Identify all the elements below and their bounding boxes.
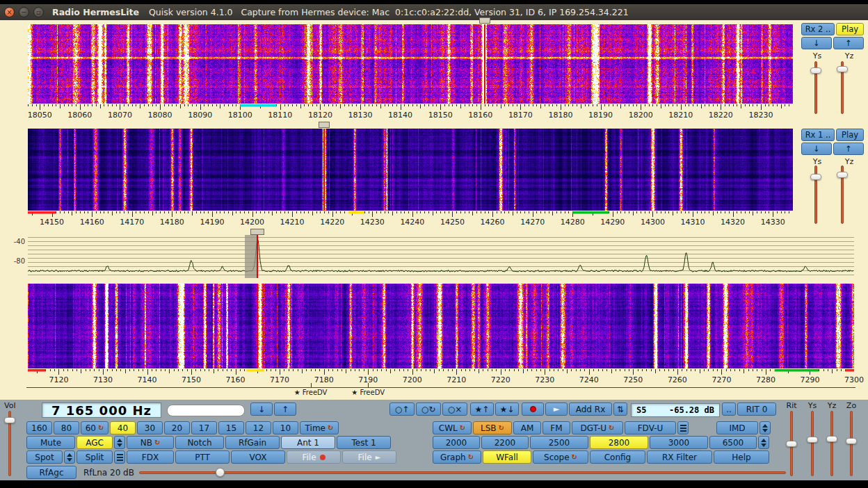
help-button[interactable]: Help bbox=[714, 450, 769, 464]
add-rx-button[interactable]: Add Rx bbox=[569, 402, 612, 416]
rx2-play-button[interactable]: Play bbox=[836, 23, 864, 35]
band-60-button[interactable]: 60↻ bbox=[81, 421, 108, 434]
fdvu-menu-button[interactable] bbox=[677, 421, 689, 434]
playback-button[interactable]: ► bbox=[545, 402, 568, 416]
band-15-button[interactable]: 15 bbox=[218, 421, 244, 434]
rx1-ys-slider[interactable] bbox=[810, 165, 822, 224]
rx2-yz-slider[interactable] bbox=[836, 61, 849, 114]
ptt-button[interactable]: PTT bbox=[175, 450, 230, 464]
file-play-button[interactable]: File► bbox=[342, 450, 396, 464]
band-updown-button[interactable]: ⇅ bbox=[613, 402, 627, 416]
record-button[interactable] bbox=[522, 402, 544, 416]
zo-slider[interactable] bbox=[845, 411, 858, 476]
freq-tick-label: 14180 bbox=[155, 218, 188, 227]
rit-button[interactable]: RIT 0 bbox=[737, 402, 776, 416]
rit-slider[interactable] bbox=[785, 411, 798, 476]
freedv-marker: ★ FreeDV bbox=[348, 389, 387, 396]
waterfall-rx2[interactable] bbox=[28, 24, 793, 104]
rx2-ys-slider[interactable] bbox=[810, 61, 822, 114]
spectrum-graph[interactable] bbox=[28, 235, 854, 278]
split-button[interactable]: Split bbox=[77, 450, 113, 464]
rx1-tuning-tab[interactable] bbox=[319, 122, 330, 128]
favorites-add-button[interactable]: ★↑ bbox=[470, 402, 494, 416]
maximize-button[interactable]: ▫ bbox=[33, 7, 44, 17]
memory-save-button[interactable]: ○↑ bbox=[389, 402, 415, 416]
freq-up-button[interactable]: ↑ bbox=[274, 402, 296, 416]
mode-lsb-button[interactable]: LSB↻ bbox=[473, 421, 512, 434]
rx2-band-down-button[interactable]: ↓ bbox=[801, 37, 832, 49]
agc-slider-button[interactable] bbox=[114, 436, 125, 449]
smeter-options-button[interactable]: .. bbox=[722, 402, 736, 416]
favorites-open-button[interactable]: ★↓ bbox=[495, 402, 519, 416]
rx1-band-up-button[interactable]: ↑ bbox=[833, 143, 864, 155]
fdx-button[interactable]: FDX bbox=[127, 450, 174, 464]
spot-slider-button[interactable] bbox=[64, 450, 75, 464]
band-12-button[interactable]: 12 bbox=[246, 421, 271, 434]
rx1-band-down-button[interactable]: ↓ bbox=[801, 143, 832, 155]
rx-filter-button[interactable]: RX Filter bbox=[647, 450, 712, 464]
mode-fm-button[interactable]: FM bbox=[542, 421, 570, 434]
mode-am-button[interactable]: AM bbox=[513, 421, 541, 434]
main-tuning-tab[interactable] bbox=[250, 229, 264, 235]
test1-button[interactable]: Test 1 bbox=[337, 436, 391, 449]
rx2-select-button[interactable]: Rx 2 .. bbox=[801, 23, 835, 35]
frequency-scale-main[interactable]: 7120713071407150716071707180719072007210… bbox=[28, 369, 854, 384]
band-time-button[interactable]: Time↻ bbox=[300, 421, 339, 434]
band-20-button[interactable]: 20 bbox=[164, 421, 190, 434]
freq-tick-label: 18180 bbox=[544, 111, 577, 120]
mode-fdvu-button[interactable]: FDV-U bbox=[625, 421, 676, 434]
rx2-tuning-tab[interactable] bbox=[479, 17, 490, 24]
band-17-button[interactable]: 17 bbox=[191, 421, 217, 434]
close-button[interactable]: × bbox=[4, 7, 15, 17]
vox-button[interactable]: VOX bbox=[231, 450, 285, 464]
antenna-button[interactable]: Ant 1 bbox=[281, 436, 335, 449]
band-30-button[interactable]: 30 bbox=[137, 421, 163, 434]
frequency-scale-rx1[interactable]: 1415014160141701418014190142001421014220… bbox=[28, 211, 793, 227]
mode-imd-button[interactable]: IMD bbox=[716, 421, 758, 434]
band-10-button[interactable]: 10 bbox=[273, 421, 298, 434]
filter-adjust-button[interactable] bbox=[758, 436, 769, 449]
yz-slider[interactable] bbox=[826, 411, 838, 476]
mode-cwl-button[interactable]: CWL↻ bbox=[433, 421, 472, 434]
volume-slider[interactable] bbox=[3, 411, 16, 476]
filter-2000-button[interactable]: 2000 bbox=[433, 436, 480, 449]
spot-button[interactable]: Spot bbox=[26, 450, 63, 464]
filter-6500-button[interactable]: 6500 bbox=[709, 436, 757, 449]
filter-2500-button[interactable]: 2500 bbox=[530, 436, 588, 449]
freq-down-button[interactable]: ↓ bbox=[250, 402, 273, 416]
agc-button[interactable]: AGC bbox=[77, 436, 113, 449]
imd-adjust-button[interactable] bbox=[760, 421, 771, 434]
rfagc-button[interactable]: RfAgc bbox=[26, 466, 77, 479]
rfgain-button[interactable]: RfGain bbox=[225, 436, 280, 449]
band-80-button[interactable]: 80 bbox=[54, 421, 79, 434]
rx1-yz-slider[interactable] bbox=[836, 165, 849, 224]
rflna-slider[interactable] bbox=[139, 466, 786, 479]
band-160-button[interactable]: 160 bbox=[26, 421, 52, 434]
mute-button[interactable]: Mute bbox=[26, 436, 75, 449]
nb-button[interactable]: NB↻ bbox=[127, 436, 174, 449]
waterfall-main[interactable] bbox=[28, 284, 854, 368]
file-record-button[interactable]: File bbox=[287, 450, 341, 464]
frequency-entry[interactable] bbox=[167, 405, 245, 416]
band-40-button[interactable]: 40 bbox=[110, 421, 136, 434]
filter-2800-button[interactable]: 2800 bbox=[590, 436, 648, 449]
memory-next-button[interactable]: ○↻ bbox=[416, 402, 441, 416]
screen-wfall-button[interactable]: WFall bbox=[483, 450, 531, 464]
rx1-select-button[interactable]: Rx 1 .. bbox=[801, 129, 835, 141]
waterfall-rx1[interactable] bbox=[28, 129, 793, 211]
memory-delete-button[interactable]: ○× bbox=[442, 402, 467, 416]
ys-slider[interactable] bbox=[806, 411, 819, 476]
rx1-play-button[interactable]: Play bbox=[836, 129, 864, 141]
filter-2200-button[interactable]: 2200 bbox=[481, 436, 529, 449]
split-menu-button[interactable] bbox=[114, 450, 125, 464]
frequency-scale-rx2[interactable]: 1805018060180701808018090181001811018120… bbox=[28, 104, 793, 120]
minimize-button[interactable]: − bbox=[19, 7, 29, 17]
screen-graph-button[interactable]: Graph↻ bbox=[433, 450, 481, 464]
notch-button[interactable]: Notch bbox=[175, 436, 224, 449]
rx2-band-up-button[interactable]: ↑ bbox=[833, 37, 864, 49]
screen-scope-button[interactable]: Scope↻ bbox=[533, 450, 588, 464]
frequency-display[interactable]: 7 165 000 Hz bbox=[42, 402, 161, 418]
mode-dgtu-button[interactable]: DGT-U↻ bbox=[572, 421, 623, 434]
config-button[interactable]: Config bbox=[590, 450, 645, 464]
filter-3000-button[interactable]: 3000 bbox=[650, 436, 708, 449]
